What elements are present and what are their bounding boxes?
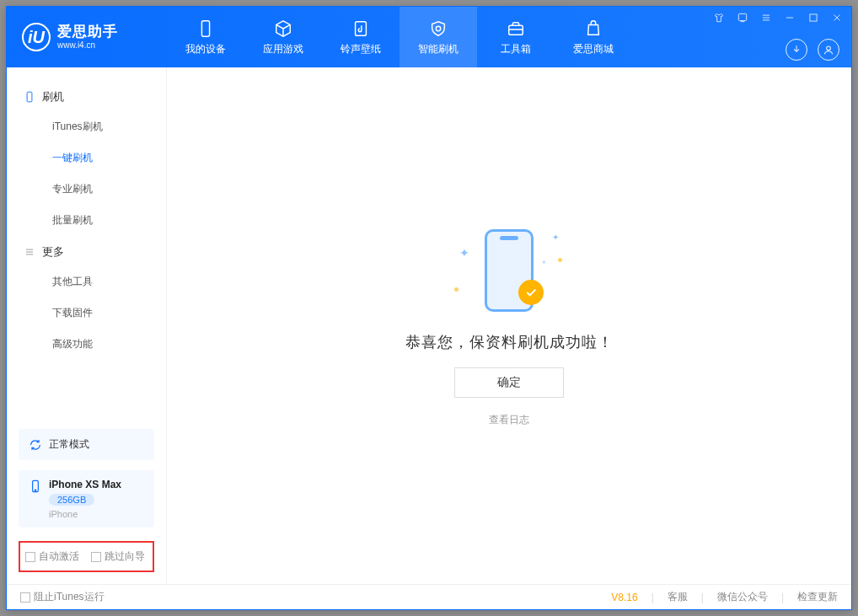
check-badge-icon	[518, 280, 544, 305]
svg-rect-2	[509, 25, 523, 35]
brand: iU 爱思助手 www.i4.cn	[7, 7, 167, 67]
brand-logo: iU	[22, 23, 51, 51]
toolbox-icon	[506, 19, 526, 39]
success-title: 恭喜您，保资料刷机成功啦！	[405, 332, 614, 352]
header: iU 爱思助手 www.i4.cn 我的设备 应用游戏 铃声壁纸 智能刷机	[7, 7, 851, 67]
ok-button[interactable]: 确定	[454, 367, 564, 398]
dot-icon	[454, 287, 458, 292]
feedback-icon[interactable]	[735, 10, 750, 25]
device-capacity-badge: 256GB	[49, 494, 94, 506]
view-log-link[interactable]: 查看日志	[489, 413, 529, 427]
sidebar: 刷机 iTunes刷机 一键刷机 专业刷机 批量刷机 更多 其他工具 下载固件 …	[7, 67, 167, 584]
body: 刷机 iTunes刷机 一键刷机 专业刷机 批量刷机 更多 其他工具 下载固件 …	[7, 67, 851, 584]
sidebar-item-batch-flash[interactable]: 批量刷机	[7, 205, 166, 236]
sidebar-group-more: 更多 其他工具 下载固件 高级功能	[7, 238, 166, 362]
tab-label: 智能刷机	[418, 42, 458, 56]
checkbox-label: 阻止iTunes运行	[34, 590, 105, 604]
device-name: iPhone XS Max	[49, 479, 121, 490]
sparkle-icon: ✦	[552, 233, 559, 242]
header-actions	[786, 39, 839, 61]
tab-label: 应用游戏	[263, 42, 303, 56]
tab-store[interactable]: 爱思商城	[555, 7, 632, 67]
svg-point-8	[35, 490, 35, 490]
mode-label: 正常模式	[49, 437, 89, 452]
svg-point-5	[827, 46, 831, 51]
brand-title: 爱思助手	[57, 24, 118, 40]
checkbox-skip-guide[interactable]: 跳过向导	[91, 549, 145, 564]
bag-icon	[583, 19, 603, 39]
sidebar-heading-label: 刷机	[42, 89, 64, 104]
svg-rect-7	[33, 480, 39, 491]
dot-icon	[558, 258, 562, 262]
tab-my-device[interactable]: 我的设备	[167, 7, 244, 67]
tab-label: 我的设备	[185, 42, 226, 56]
menu-icon[interactable]	[759, 10, 774, 25]
sidebar-group-flash: 刷机 iTunes刷机 一键刷机 专业刷机 批量刷机	[7, 83, 166, 238]
brand-subtitle: www.i4.cn	[57, 40, 118, 50]
tab-apps-games[interactable]: 应用游戏	[244, 7, 322, 67]
cube-icon	[273, 19, 293, 39]
sparkle-icon: ✦	[541, 259, 547, 266]
refresh-shield-icon	[428, 19, 448, 39]
sidebar-item-download-firmware[interactable]: 下载固件	[7, 297, 166, 329]
checkbox-label: 跳过向导	[105, 549, 145, 564]
checkbox-icon	[91, 552, 101, 562]
minimize-icon[interactable]	[782, 10, 797, 25]
footer-link-support[interactable]: 客服	[668, 590, 688, 604]
tab-smart-flash[interactable]: 智能刷机	[400, 7, 477, 67]
separator: |	[652, 592, 654, 603]
user-icon[interactable]	[818, 39, 839, 61]
app-window: iU 爱思助手 www.i4.cn 我的设备 应用游戏 铃声壁纸 智能刷机	[6, 6, 852, 610]
sidebar-heading-label: 更多	[42, 244, 64, 260]
close-icon[interactable]	[829, 10, 845, 25]
sync-icon	[29, 438, 42, 452]
svg-rect-6	[27, 92, 32, 102]
checkbox-label: 自动激活	[39, 549, 79, 564]
success-illustration: ✦ ✦ ✦	[454, 224, 564, 317]
mode-box[interactable]: 正常模式	[19, 429, 154, 460]
sidebar-item-oneclick-flash[interactable]: 一键刷机	[7, 142, 166, 174]
checkbox-icon	[25, 552, 35, 562]
svg-rect-4	[810, 14, 817, 21]
svg-rect-3	[738, 13, 746, 20]
device-type: iPhone	[49, 509, 121, 519]
sidebar-item-other-tools[interactable]: 其他工具	[7, 266, 166, 297]
footer-link-wechat[interactable]: 微信公众号	[717, 590, 768, 604]
tab-ringtones-wallpapers[interactable]: 铃声壁纸	[322, 7, 400, 67]
checkbox-auto-activate[interactable]: 自动激活	[25, 549, 79, 564]
checkbox-icon	[20, 592, 30, 603]
list-icon	[24, 246, 35, 258]
svg-rect-1	[356, 21, 367, 35]
download-icon[interactable]	[786, 39, 807, 61]
sidebar-heading-more: 更多	[7, 238, 166, 266]
tab-label: 爱思商城	[573, 42, 614, 56]
tab-label: 工具箱	[501, 42, 531, 56]
main-content: ✦ ✦ ✦ 恭喜您，保资料刷机成功啦！ 确定 查看日志	[167, 67, 851, 584]
top-tabs: 我的设备 应用游戏 铃声壁纸 智能刷机 工具箱 爱思商城	[167, 7, 632, 67]
flash-options-highlighted: 自动激活 跳过向导	[19, 541, 154, 572]
sidebar-heading-flash: 刷机	[7, 83, 166, 111]
tab-toolbox[interactable]: 工具箱	[477, 7, 555, 67]
tab-label: 铃声壁纸	[341, 42, 381, 56]
checkbox-block-itunes[interactable]: 阻止iTunes运行	[20, 590, 105, 604]
separator: |	[781, 592, 784, 603]
footer: 阻止iTunes运行 V8.16 | 客服 | 微信公众号 | 检查更新	[7, 584, 851, 609]
window-controls	[711, 10, 845, 25]
maximize-icon[interactable]	[806, 10, 821, 25]
separator: |	[701, 592, 704, 603]
device-icon	[196, 19, 216, 39]
version-label: V8.16	[611, 592, 637, 603]
shirt-icon[interactable]	[711, 10, 727, 25]
sidebar-item-pro-flash[interactable]: 专业刷机	[7, 174, 166, 205]
sparkle-icon: ✦	[459, 246, 469, 260]
music-file-icon	[351, 19, 371, 39]
svg-rect-0	[201, 20, 209, 35]
footer-link-update[interactable]: 检查更新	[797, 590, 838, 604]
sidebar-item-advanced[interactable]: 高级功能	[7, 329, 166, 360]
sidebar-item-itunes-flash[interactable]: iTunes刷机	[7, 111, 166, 142]
phone-icon	[29, 479, 42, 493]
device-box[interactable]: iPhone XS Max 256GB iPhone	[19, 470, 154, 528]
phone-icon	[24, 91, 35, 103]
